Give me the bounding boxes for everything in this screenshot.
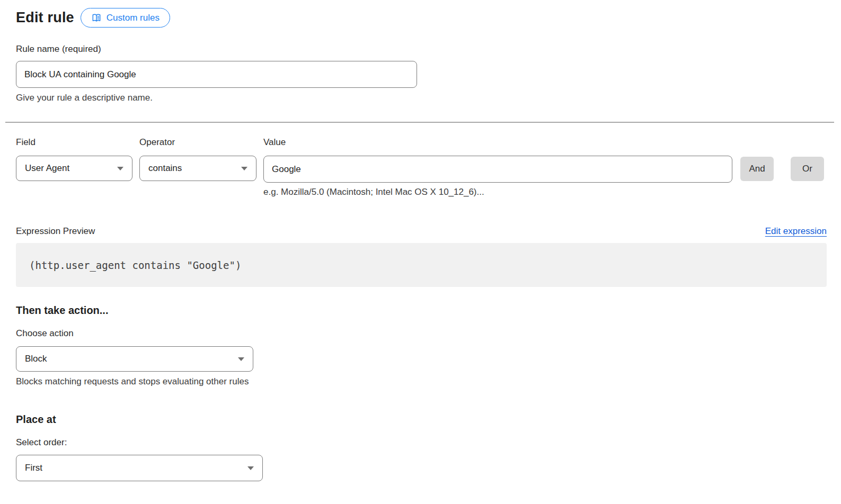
chevron-down-icon bbox=[117, 167, 123, 170]
edit-rule-page: Edit rule Custom rules Rule name (requir… bbox=[0, 0, 841, 504]
expression-code: (http.user_agent contains "Google") bbox=[29, 259, 241, 271]
section-divider bbox=[5, 122, 834, 123]
value-help: e.g. Mozilla/5.0 (Macintosh; Intel Mac O… bbox=[263, 187, 732, 197]
page-title: Edit rule bbox=[16, 10, 74, 26]
expression-preview-label: Expression Preview bbox=[16, 226, 95, 237]
logic-buttons: And Or bbox=[740, 157, 824, 181]
value-input[interactable] bbox=[263, 156, 732, 183]
value-column: Value e.g. Mozilla/5.0 (Macintosh; Intel… bbox=[263, 137, 732, 197]
operator-select[interactable]: contains bbox=[139, 156, 256, 181]
place-at-heading: Place at bbox=[16, 413, 827, 426]
page-header: Edit rule Custom rules bbox=[16, 8, 827, 28]
field-select[interactable]: User Agent bbox=[16, 156, 132, 181]
field-label: Field bbox=[16, 137, 132, 148]
custom-rules-docs-button[interactable]: Custom rules bbox=[81, 8, 170, 28]
select-order-label: Select order: bbox=[16, 437, 827, 448]
action-select[interactable]: Block bbox=[16, 346, 253, 372]
field-column: Field User Agent bbox=[16, 137, 132, 181]
operator-select-value: contains bbox=[148, 163, 182, 174]
take-action-heading: Then take action... bbox=[16, 304, 827, 317]
choose-action-label: Choose action bbox=[16, 328, 827, 339]
expression-preview-box: (http.user_agent contains "Google") bbox=[16, 243, 827, 287]
chevron-down-icon bbox=[238, 357, 244, 361]
action-help: Blocks matching requests and stops evalu… bbox=[16, 376, 827, 387]
order-select-value: First bbox=[25, 463, 42, 473]
chevron-down-icon bbox=[241, 167, 247, 170]
and-button[interactable]: And bbox=[740, 157, 774, 181]
operator-label: Operator bbox=[139, 137, 256, 148]
operator-column: Operator contains bbox=[139, 137, 256, 181]
expression-header: Expression Preview Edit expression bbox=[16, 226, 827, 237]
action-select-value: Block bbox=[25, 354, 47, 364]
field-select-value: User Agent bbox=[25, 163, 69, 174]
open-book-icon bbox=[91, 13, 102, 23]
rule-name-input[interactable] bbox=[16, 61, 417, 88]
edit-expression-link[interactable]: Edit expression bbox=[765, 226, 827, 237]
chevron-down-icon bbox=[247, 466, 254, 470]
value-label: Value bbox=[263, 137, 732, 148]
rule-name-help: Give your rule a descriptive name. bbox=[16, 93, 827, 103]
or-button[interactable]: Or bbox=[791, 157, 824, 181]
condition-row: Field User Agent Operator contains Value… bbox=[16, 137, 827, 197]
custom-rules-label: Custom rules bbox=[107, 13, 160, 23]
order-select[interactable]: First bbox=[16, 455, 263, 481]
rule-name-label: Rule name (required) bbox=[16, 44, 827, 55]
